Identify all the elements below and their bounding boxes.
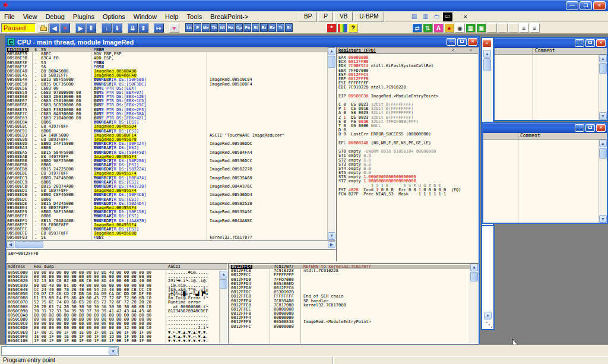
disassembly-vertical-scrollbar[interactable]: ▲ ▼ [327,48,335,240]
go-to-button[interactable]: ♥ [169,23,179,33]
stack-row[interactable]: 0012FFF800508E38ImageRed.<ModuleEntryPoi… [229,320,470,324]
numpad-icon[interactable]: ▦ [466,23,476,33]
view-button-ha[interactable]: Ha [227,23,235,32]
scroll-left-button[interactable]: ◀ [7,241,14,248]
close-button[interactable]: × [468,38,477,46]
register-line[interactable]: O 0 LastErr ERROR_SUCCESS (00000000) [337,132,478,137]
stack-row[interactable]: 0012FFD48054B6ED [229,282,470,286]
disasm-row[interactable]: 00508EFE.E8 8597F8FFCALL ImageRed.004956… [7,232,327,236]
register-line[interactable]: EFL 00000246 (NO,NB,E,BE,NS,PE,GE,LE) [337,141,478,145]
step-into-button[interactable]: ↓ [102,23,112,33]
disasm-row[interactable]: 00508F03.5EPOP ESIkernel32.7C817077 [7,236,327,240]
pause-button[interactable]: ‖ [86,23,96,33]
book-icon[interactable]: ▥ [420,12,431,21]
dump-header[interactable]: Address Hex dump ASCII [7,264,227,270]
disassembly-pane[interactable]: 00508E38$55PUSH EBP00508E39.8BECMOV EBP,… [6,47,336,240]
scroll-down-button[interactable]: ▼ [328,232,335,240]
disasm-row[interactable]: 00508ED6.8B0D C8F45000MOV ECX,DWORD PTR … [7,193,327,197]
registers-pane[interactable]: Registers (FPU) < < EAX 00000000ECX 0012… [336,47,479,262]
close-button[interactable]: × [482,39,492,48]
scroll-right-button[interactable]: ▶ [328,241,335,248]
blank-button-1[interactable] [487,23,497,33]
disasm-row[interactable]: 00508EF7.E8 F896F8FFCALL ImageRed.004955… [7,223,327,227]
scroll-up-button[interactable]: ▲ [470,264,478,271]
menu-item-window[interactable]: Window [129,12,161,21]
plugin-bar-close-button[interactable]: × [460,12,471,21]
menu-item-tools[interactable]: Tools [183,12,207,21]
stack-row[interactable]: 0012FFDC853D1020 [229,290,470,295]
console-icon[interactable]: C:\ [443,12,452,21]
maximize-button[interactable] [585,39,595,47]
window-titlebar[interactable]: — × [495,38,607,48]
scroll-thumb[interactable] [599,63,607,74]
scroll-thumb[interactable] [599,148,607,159]
blank-button-3[interactable] [508,23,518,33]
scroll-down-button[interactable]: ▼ [484,312,492,319]
menu-item-plugins[interactable]: Plugins [69,12,99,21]
info-pane[interactable]: EBP=0012FFF0 [6,249,336,262]
disasm-row[interactable]: 00508EE9.8B0D 58F15000MOV ECX,DWORD PTR … [7,210,327,214]
disasm-row[interactable]: 00508EB0.8B0D 98F25000MOV ECX,DWORD PTR … [7,159,327,163]
view-button-pa[interactable]: Pa [243,23,251,32]
minimize-button[interactable]: — [575,124,584,132]
stack-row[interactable]: 0012FFD07FFD7000 [229,278,470,282]
view-button-e[interactable]: E [194,23,201,32]
minimize-button[interactable]: — [566,1,578,10]
restart-button[interactable]: ◀ [49,23,59,33]
close-program-button[interactable]: × [60,23,70,33]
scroll-up-button[interactable]: ▲ [328,48,335,55]
stack-row[interactable]: 0012FFCCFFFFFFFF [229,273,470,277]
record-icon[interactable]: ● [444,23,454,33]
scroll-down-button[interactable]: ▼ [599,112,607,120]
stack-row[interactable]: 0012FFFC00000000 [229,325,470,329]
plugin-button-vb[interactable]: VB [334,12,353,21]
register-line[interactable]: T 0 GS 0000 NULL [337,124,478,128]
combobox-dropdown-icon[interactable]: ▼ [109,347,118,354]
plugin-button-bp[interactable]: BP [299,12,317,21]
window-titlebar[interactable]: — × [483,123,607,133]
animate-over-button[interactable]: ⇕ [138,23,148,33]
column-header[interactable]: Comment [483,133,607,140]
stack-row[interactable]: 0012FFF000000000 [229,312,470,316]
vertical-scrollbar[interactable]: ▲ ▼ [598,55,607,120]
register-line[interactable]: EDI 7C910228 ntdll.7C910228 [337,86,478,90]
disasm-row[interactable]: 00508E3E.53PUSH EBX [7,61,327,65]
disasm-row[interactable]: 00508E38$55PUSH EBP [7,48,327,52]
view-button-cp[interactable]: Cp [235,23,243,32]
stack-row[interactable]: 0012FFD80012FFC8 [229,286,470,290]
updown-icon[interactable]: ⇅ [423,23,433,33]
register-line[interactable]: EIP 00508E38 ImageRed.<ModuleEntryPoint> [337,94,478,99]
scroll-down-button[interactable]: ▼ [599,215,607,223]
close-button[interactable]: × [596,39,606,47]
view-button-tr[interactable]: Tr [277,23,284,32]
scroll-thumb[interactable] [328,56,335,68]
execute-till-return-button[interactable]: ↦ [154,23,164,33]
maximize-button[interactable] [585,124,595,132]
dump-pane[interactable]: Address Hex dump ASCII 0050C00000 00 00 … [6,263,228,344]
menu-item-help[interactable]: Help [161,12,183,21]
spiral-icon[interactable]: ◉ [455,23,465,33]
open-file-button[interactable] [39,23,49,33]
disasm-row[interactable]: 00508E3B.83C4 F0ADD ESP,-10 [7,56,327,61]
list-button-1[interactable]: ≡ [519,23,529,33]
minimize-button[interactable]: — [575,39,584,47]
scroll-up-button[interactable]: ▲ [599,55,607,62]
plugin-button-u-bpm[interactable]: U-BPM [354,12,384,21]
notes-icon[interactable]: ▤ [409,12,420,21]
view-button-sr[interactable]: Sr [285,23,293,32]
view-button-me[interactable]: Me [202,23,210,32]
dump-vertical-scrollbar[interactable]: ▲ [219,271,227,343]
menu-item-view[interactable]: View [19,12,42,21]
command-combobox[interactable]: ▼ [1,346,119,356]
registers-header[interactable]: Registers (FPU) < < [337,48,478,54]
scroll-thumb[interactable] [220,279,227,289]
close-button[interactable]: × [593,1,606,10]
stack-row[interactable]: 0012FFC87C910228ntdll.7C910228 [229,269,470,273]
menu-item-breakpoint[interactable]: BreakPoint-> [206,12,252,21]
registers-prev-button[interactable]: < [452,48,454,53]
stack-row[interactable]: 0012FFE87C817080kernel32.7C817080 [229,303,470,308]
register-line[interactable]: FCW 027F Prec NEAR,53 Mask 1 1 1 1 1 1 [337,192,478,197]
scroll-up-button[interactable]: ▲ [599,140,607,147]
disasm-row[interactable]: 00508E8C.E8 4397F8FFCALL ImageRed.004955… [7,125,327,129]
minimize-button[interactable]: — [446,38,456,46]
